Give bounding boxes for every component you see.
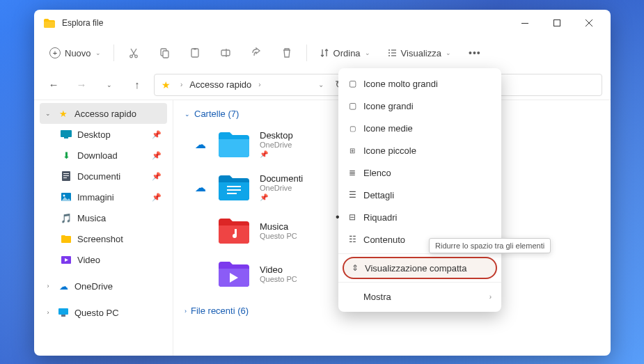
- address-bar[interactable]: ★ › Accesso rapido › ⌄ ↻: [154, 74, 352, 96]
- minimize-button[interactable]: [509, 12, 541, 34]
- maximize-button[interactable]: [541, 12, 573, 34]
- up-button[interactable]: ↑: [126, 74, 148, 96]
- menu-large-icons[interactable]: ▢Icone grandi: [338, 95, 501, 117]
- star-icon: ★: [162, 79, 171, 90]
- sidebar-label: Documenti: [77, 171, 120, 182]
- svg-rect-19: [63, 173, 69, 174]
- svg-rect-27: [227, 186, 241, 187]
- sidebar-thispc[interactable]: › Questo PC: [40, 302, 167, 323]
- sidebar-onedrive[interactable]: › ☁ OneDrive: [40, 276, 167, 296]
- sidebar-item-screenshot[interactable]: Screenshot: [40, 228, 167, 249]
- delete-button[interactable]: [273, 41, 301, 65]
- new-button[interactable]: + Nuovo ⌄: [42, 41, 108, 65]
- sidebar-label: Questo PC: [74, 308, 119, 318]
- video-icon: [61, 256, 72, 264]
- pin-icon: 📌: [260, 193, 303, 201]
- titlebar: Esplora file: [34, 10, 611, 36]
- crumb-separator: ›: [254, 81, 265, 88]
- sidebar-label: Video: [77, 255, 100, 265]
- menu-compact-view[interactable]: ⇕Visualizzazione compatta: [343, 257, 497, 279]
- image-icon: [61, 193, 72, 201]
- menu-small-icons[interactable]: ⊞Icone piccole: [338, 139, 501, 161]
- sidebar-label: Screenshot: [77, 234, 123, 244]
- document-icon: [61, 171, 72, 181]
- section-title: File recenti (6): [191, 306, 249, 316]
- menu-list[interactable]: ≣Elenco: [338, 161, 501, 184]
- chevron-right-icon: ›: [44, 309, 52, 316]
- file-explorer-window: Esplora file + Nuovo ⌄ Ordina ⌄ Visualiz…: [34, 10, 611, 356]
- menu-extra-large-icons[interactable]: ▢Icone molto grandi: [338, 72, 501, 95]
- separator: [113, 45, 114, 61]
- sidebar-quick-access[interactable]: ⌄ ★ Accesso rapido: [40, 103, 167, 124]
- large-square-icon: ▢: [347, 79, 358, 88]
- pin-icon: 📌: [152, 193, 162, 202]
- menu-show[interactable]: Mostra›: [338, 285, 501, 308]
- sidebar: ⌄ ★ Accesso rapido Desktop 📌 ⬇ Download …: [34, 100, 173, 356]
- menu-medium-icons[interactable]: ▢Icone medie: [338, 117, 501, 139]
- breadcrumb-root[interactable]: Accesso rapido: [189, 79, 251, 90]
- sidebar-label: Immagini: [77, 192, 114, 203]
- sidebar-label: Desktop: [77, 129, 111, 140]
- folder-location: Questo PC: [260, 275, 297, 283]
- history-button[interactable]: ⌄: [98, 74, 120, 96]
- cloud-sync-icon: ☁: [194, 181, 207, 194]
- separator: [306, 45, 307, 61]
- chevron-down-icon: ⌄: [44, 110, 52, 117]
- sidebar-item-pictures[interactable]: Immagini 📌: [40, 187, 167, 207]
- crumb-separator: ›: [176, 81, 187, 88]
- folder-icon: [61, 235, 72, 243]
- sidebar-label: Download: [77, 150, 118, 161]
- chevron-down-icon: ⌄: [95, 49, 101, 56]
- sort-button[interactable]: Ordina ⌄: [313, 41, 377, 65]
- svg-rect-7: [194, 48, 196, 50]
- sidebar-item-documents[interactable]: Documenti 📌: [40, 166, 167, 187]
- svg-rect-29: [227, 193, 237, 194]
- address-dropdown[interactable]: ⌄: [314, 81, 328, 88]
- close-button[interactable]: [573, 12, 605, 34]
- copy-button[interactable]: [150, 41, 178, 65]
- folder-location: OneDrive: [260, 184, 303, 192]
- sidebar-label: Accesso rapido: [74, 109, 136, 119]
- music-icon: 🎵: [61, 213, 72, 223]
- rename-button[interactable]: [212, 41, 239, 65]
- sidebar-item-download[interactable]: ⬇ Download 📌: [40, 145, 167, 166]
- sidebar-item-desktop[interactable]: Desktop 📌: [40, 124, 167, 145]
- svg-point-3: [134, 55, 137, 58]
- toolbar: + Nuovo ⌄ Ordina ⌄ Visualizza ⌄ •••: [34, 36, 611, 70]
- svg-rect-0: [521, 23, 528, 24]
- paste-button[interactable]: [181, 41, 209, 65]
- view-button[interactable]: Visualizza ⌄: [380, 41, 458, 65]
- desktop-icon: [61, 130, 72, 139]
- menu-tiles[interactable]: •⊟Riquadri: [338, 206, 501, 228]
- svg-rect-21: [63, 177, 67, 178]
- sidebar-item-music[interactable]: 🎵 Musica: [40, 207, 167, 228]
- more-button[interactable]: •••: [461, 41, 489, 65]
- menu-separator: [338, 253, 501, 254]
- window-title: Esplora file: [62, 18, 509, 28]
- menu-details[interactable]: ☰Dettagli: [338, 184, 501, 206]
- tiles-icon: ⊟: [347, 212, 358, 222]
- svg-point-10: [388, 49, 390, 51]
- folder-icon: [217, 130, 250, 158]
- svg-rect-28: [227, 189, 241, 191]
- cut-button[interactable]: [120, 41, 148, 65]
- folder-icon: [217, 260, 250, 287]
- view-submenu: ▢Icone molto grandi ▢Icone grandi ▢Icone…: [338, 68, 501, 312]
- forward-button[interactable]: →: [70, 74, 93, 96]
- svg-rect-25: [58, 308, 68, 315]
- share-button[interactable]: [242, 41, 270, 65]
- back-button[interactable]: ←: [42, 74, 65, 96]
- pin-icon: 📌: [152, 151, 162, 160]
- view-label: Visualizza: [401, 48, 441, 58]
- svg-rect-1: [554, 20, 560, 26]
- folder-icon: [217, 216, 250, 244]
- app-icon: [44, 19, 55, 28]
- sort-icon: [320, 48, 329, 58]
- pin-icon: 📌: [152, 130, 162, 139]
- sidebar-item-video[interactable]: Video: [40, 249, 167, 270]
- folder-name: Desktop: [260, 130, 293, 141]
- medium-square-icon: ▢: [347, 125, 358, 132]
- pc-icon: [58, 308, 69, 317]
- svg-point-11: [388, 52, 390, 54]
- svg-rect-8: [221, 50, 230, 56]
